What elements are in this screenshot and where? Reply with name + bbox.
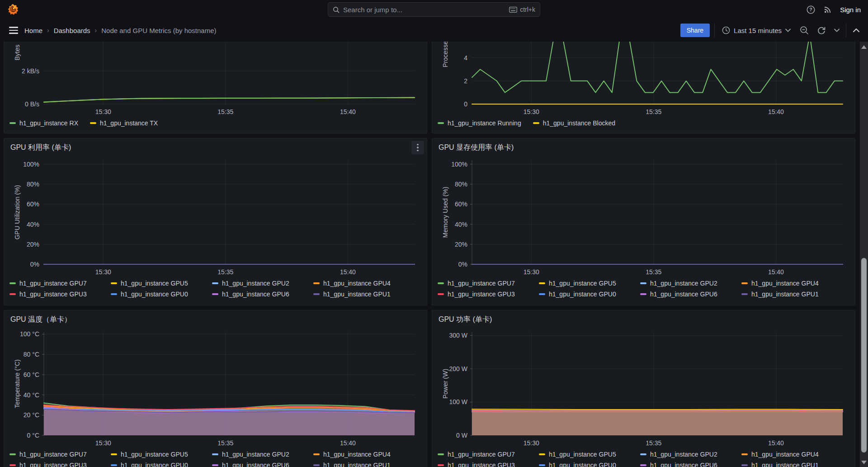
legend-item[interactable]: h1_gpu_instance GPU0 [111, 291, 212, 298]
chart-gpu-mem[interactable]: 0%20%40%60%80%100%15:3015:3515:40Memory … [432, 157, 848, 277]
legend-series-marker [9, 122, 16, 124]
panel-row: GPU 利用率 (单卡)0%20%40%60%80%100%15:3015:35… [4, 138, 855, 305]
grafana-logo[interactable] [7, 4, 19, 15]
legend-item[interactable]: h1_gpu_instance GPU7 [9, 451, 111, 458]
legend-item[interactable]: h1_gpu_instance GPU6 [640, 291, 741, 298]
legend-item[interactable]: h1_gpu_instance GPU0 [539, 462, 640, 467]
svg-text:15:35: 15:35 [646, 439, 661, 447]
zoom-out-icon [800, 26, 809, 35]
panel-menu-button[interactable] [411, 141, 424, 154]
svg-text:20%: 20% [27, 241, 39, 248]
scroll-up-arrow[interactable] [861, 45, 867, 49]
chart-network[interactable]: 0 B/s2 kB/s15:3015:3515:40Bytes [4, 42, 420, 117]
legend-series-marker [111, 453, 117, 455]
scrollbar-thumb[interactable] [861, 258, 867, 453]
legend-item[interactable]: h1_gpu_instance Running [438, 119, 521, 127]
clock-icon [722, 26, 730, 34]
news-button[interactable] [823, 5, 832, 14]
legend-item[interactable]: h1_gpu_instance GPU5 [111, 451, 212, 458]
legend-item[interactable]: h1_gpu_instance GPU7 [438, 280, 539, 287]
legend-item[interactable]: h1_gpu_instance GPU2 [212, 451, 313, 458]
refresh-button[interactable] [815, 24, 828, 37]
vertical-scrollbar[interactable] [860, 42, 868, 467]
legend-item[interactable]: h1_gpu_instance GPU5 [539, 280, 640, 287]
panel-gpu-power: GPU 功率 (单卡)0 W100 W200 W300 W15:3015:351… [432, 310, 855, 467]
legend-item[interactable]: h1_gpu_instance GPU3 [9, 462, 111, 467]
chart-processes[interactable]: 02415:3015:3515:40Processes [432, 42, 848, 117]
legend-series-marker [9, 293, 16, 295]
help-button[interactable]: ? [807, 5, 815, 14]
search-input[interactable]: Search or jump to... ctrl+k [328, 2, 540, 17]
legend-series-label: h1_gpu_instance GPU0 [549, 291, 616, 298]
legend-item[interactable]: h1_gpu_instance GPU4 [313, 451, 415, 458]
share-button[interactable]: Share [680, 24, 710, 37]
search-placeholder: Search or jump to... [343, 6, 509, 14]
breadcrumb-home[interactable]: Home [24, 27, 42, 34]
legend-series-marker [438, 453, 444, 455]
legend-item[interactable]: h1_gpu_instance GPU5 [111, 280, 212, 287]
legend-series-marker [438, 122, 444, 124]
time-range-picker[interactable]: Last 15 minutes [719, 26, 793, 34]
legend-item[interactable]: h1_gpu_instance GPU1 [741, 462, 843, 467]
chart-gpu-power[interactable]: 0 W100 W200 W300 W15:3015:3515:40Power (… [432, 329, 848, 448]
legend: h1_gpu_instance GPU7h1_gpu_instance GPU5… [4, 450, 427, 467]
legend-item[interactable]: h1_gpu_instance GPU2 [640, 280, 741, 287]
legend-item[interactable]: h1_gpu_instance Blocked [533, 119, 615, 127]
svg-text:Power (W): Power (W) [442, 369, 449, 399]
legend-series-marker [212, 464, 218, 466]
legend-item[interactable]: h1_gpu_instance GPU1 [741, 291, 843, 298]
legend-series-label: h1_gpu_instance GPU3 [19, 291, 87, 298]
legend-item[interactable]: h1_gpu_instance GPU1 [313, 291, 415, 298]
sign-in-link[interactable]: Sign in [840, 6, 861, 14]
legend-item[interactable]: h1_gpu_instance GPU7 [9, 280, 111, 287]
legend-item[interactable]: h1_gpu_instance RX [9, 119, 78, 127]
menu-toggle-button[interactable] [9, 27, 18, 34]
legend-item[interactable]: h1_gpu_instance GPU2 [212, 280, 313, 287]
legend-item[interactable]: h1_gpu_instance TX [90, 119, 158, 127]
panel-gpu-mem: GPU 显存使用率 (单卡)0%20%40%60%80%100%15:3015:… [432, 138, 855, 305]
legend-item[interactable]: h1_gpu_instance GPU0 [111, 462, 212, 467]
legend-item[interactable]: h1_gpu_instance GPU2 [640, 451, 741, 458]
legend-item[interactable]: h1_gpu_instance GPU4 [313, 280, 415, 287]
legend: h1_gpu_instance Runningh1_gpu_instance B… [432, 119, 855, 127]
scroll-down-arrow[interactable] [861, 461, 867, 464]
legend-item[interactable]: h1_gpu_instance GPU6 [212, 462, 313, 467]
svg-text:15:40: 15:40 [340, 268, 356, 276]
legend-series-label: h1_gpu_instance GPU2 [222, 280, 289, 287]
legend-item[interactable]: h1_gpu_instance GPU5 [539, 451, 640, 458]
chart-gpu-temp[interactable]: 0 °C20 °C40 °C60 °C80 °C100 °C15:3015:35… [4, 329, 420, 448]
legend-series-marker [640, 282, 646, 284]
legend-item[interactable]: h1_gpu_instance GPU0 [539, 291, 640, 298]
svg-text:0: 0 [464, 100, 467, 108]
collapse-toolbar-button[interactable] [851, 26, 862, 34]
legend-series-label: h1_gpu_instance GPU2 [222, 451, 289, 458]
breadcrumb-dashboards[interactable]: Dashboards [54, 27, 90, 34]
legend-series-marker [212, 453, 218, 455]
legend-item[interactable]: h1_gpu_instance GPU6 [212, 291, 313, 298]
panel-title[interactable]: GPU 利用率 (单卡) [10, 143, 71, 152]
legend-item[interactable]: h1_gpu_instance GPU3 [438, 291, 539, 298]
legend-item[interactable]: h1_gpu_instance GPU4 [741, 451, 843, 458]
zoom-out-button[interactable] [798, 24, 811, 37]
legend-series-label: h1_gpu_instance GPU7 [19, 280, 87, 287]
chart-gpu-util[interactable]: 0%20%40%60%80%100%15:3015:3515:40GPU Uti… [4, 157, 420, 277]
legend-item[interactable]: h1_gpu_instance GPU4 [741, 280, 843, 287]
legend-series-marker [533, 122, 539, 124]
series-fill [472, 409, 843, 435]
legend-series-marker [539, 453, 545, 455]
panel-title[interactable]: GPU 功率 (单卡) [439, 315, 492, 324]
svg-text:15:35: 15:35 [646, 268, 661, 276]
refresh-interval-dropdown[interactable] [832, 27, 841, 34]
legend-item[interactable]: h1_gpu_instance GPU3 [438, 462, 539, 467]
legend-item[interactable]: h1_gpu_instance GPU3 [9, 291, 111, 298]
legend: h1_gpu_instance RXh1_gpu_instance TX [4, 119, 427, 127]
legend-series-marker [212, 293, 218, 295]
panel-title[interactable]: GPU 温度（单卡） [10, 315, 71, 324]
legend-series-label: h1_gpu_instance GPU1 [751, 462, 819, 467]
legend-item[interactable]: h1_gpu_instance GPU6 [640, 462, 741, 467]
panel-title[interactable]: GPU 显存使用率 (单卡) [439, 143, 514, 152]
svg-text:15:40: 15:40 [768, 268, 784, 276]
panel-header: GPU 功率 (单卡) [432, 310, 855, 329]
legend-item[interactable]: h1_gpu_instance GPU7 [438, 451, 539, 458]
legend-item[interactable]: h1_gpu_instance GPU1 [313, 462, 415, 467]
